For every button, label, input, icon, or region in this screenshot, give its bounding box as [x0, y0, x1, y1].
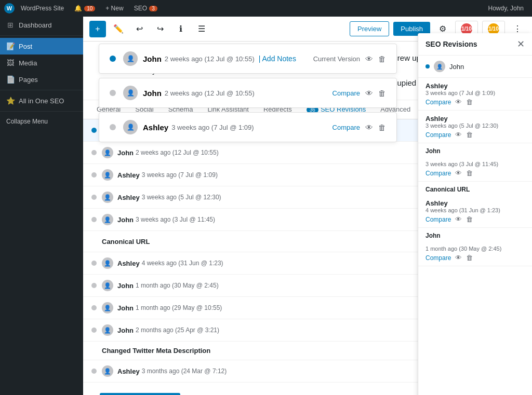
panel-compare-4[interactable]: Compare [425, 216, 451, 223]
sidebar-item-media[interactable]: 🖼 Media [0, 55, 83, 71]
large-rev-actions-1: Current Version 👁 🗑 [313, 55, 386, 63]
panel-view-2[interactable]: 👁 [455, 131, 462, 139]
more-revisions-button[interactable]: ↑ 15 Other Revisions [100, 393, 180, 395]
large-delete-icon-2[interactable]: 🗑 [378, 89, 386, 98]
pages-icon: 📄 [6, 75, 15, 84]
large-rev-time-2: 2 weeks ago (12 Jul @ 10:55) [165, 89, 255, 97]
revision-author-8: John [117, 304, 134, 312]
updates-icon: 🔔 [74, 5, 82, 12]
revision-author-5: John [117, 216, 134, 224]
panel-delete-1[interactable]: 🗑 [466, 98, 473, 106]
panel-delete-2[interactable]: 🗑 [466, 131, 473, 139]
wp-logo[interactable]: W [4, 3, 15, 13]
revision-dot-7 [91, 283, 97, 288]
panel-compare-2[interactable]: Compare [425, 131, 451, 139]
large-add-notes-1[interactable]: | Add Notes [259, 55, 296, 63]
admin-bar-new[interactable]: + New [101, 0, 127, 17]
panel-compare-3[interactable]: Compare [425, 170, 451, 177]
panel-time-2: 3 weeks ago (5 Jul @ 12:30) [425, 122, 525, 129]
panel-actions-3: Compare 👁 🗑 [425, 169, 525, 177]
main-layout: ⊞ Dashboard 📝 Post 🖼 Media 📄 Pages ⭐ All… [0, 17, 532, 395]
panel-time-4: 4 weeks ago (31 Jun @ 1:23) [425, 207, 525, 213]
panel-compare-1[interactable]: Compare [425, 99, 451, 106]
panel-current-avatar: 👤 [434, 61, 445, 72]
seo-panel-close-button[interactable]: ✕ [517, 39, 525, 49]
panel-actions-1: Compare 👁 🗑 [425, 98, 525, 106]
collapse-menu[interactable]: Collapse Menu [0, 114, 83, 129]
panel-view-1[interactable]: 👁 [455, 98, 462, 106]
sidebar-label-aioseo: All in One SEO [19, 97, 64, 105]
panel-view-5[interactable]: 👁 [455, 254, 462, 262]
large-delete-icon-3[interactable]: 🗑 [378, 123, 386, 132]
revision-dot-4 [91, 195, 97, 200]
aioseo-icon: ⭐ [6, 97, 15, 105]
panel-section-john-2: John [418, 228, 532, 241]
sidebar-item-pages[interactable]: 📄 Pages [0, 71, 83, 88]
info-button[interactable]: ℹ [172, 21, 189, 37]
large-rev-avatar-2: 👤 [123, 86, 138, 100]
panel-delete-3[interactable]: 🗑 [466, 169, 473, 177]
panel-current-name: John [449, 63, 464, 71]
sidebar-item-dashboard[interactable]: ⊞ Dashboard [0, 17, 83, 33]
admin-bar-updates[interactable]: 🔔 10 [70, 0, 99, 17]
large-revision-row-3: 👤 Ashley 3 weeks ago (7 Jul @ 1:09) Comp… [99, 112, 397, 142]
revision-avatar-6: 👤 [102, 257, 113, 269]
large-revision-row-2: 👤 John 2 weeks ago (12 Jul @ 10:55) Comp… [99, 78, 397, 108]
preview-button[interactable]: Preview [350, 21, 389, 36]
panel-time-5: 1 month ago (30 May @ 2:45) [425, 246, 525, 252]
seo-panel-header: SEO Revisions ✕ [418, 33, 532, 56]
panel-compare-5[interactable]: Compare [425, 254, 451, 262]
large-current-version-1: Current Version [313, 55, 360, 63]
seo-panel-title: SEO Revisions [425, 40, 477, 48]
howdy-label[interactable]: Howdy, John [484, 0, 528, 17]
sidebar-label-media: Media [19, 59, 37, 67]
large-view-icon-3[interactable]: 👁 [365, 123, 373, 132]
redo-button[interactable]: ↪ [152, 21, 168, 37]
large-delete-icon-1[interactable]: 🗑 [378, 55, 386, 63]
list-view-button[interactable]: ☰ [193, 21, 210, 37]
large-view-icon-1[interactable]: 👁 [365, 55, 373, 63]
large-rev-actions-2: Compare 👁 🗑 [332, 89, 386, 98]
media-icon: 🖼 [6, 59, 15, 67]
panel-item-4: Ashley 4 weeks ago (31 Jun @ 1:23) Compa… [418, 195, 532, 228]
revision-author-9: John [117, 326, 134, 334]
large-rev-author-1: John [143, 55, 162, 63]
large-rev-avatar-3: 👤 [123, 120, 138, 134]
sidebar-item-post[interactable]: 📝 Post [0, 38, 83, 55]
revision-author-10: Ashley [117, 367, 140, 375]
large-view-icon-2[interactable]: 👁 [365, 89, 373, 98]
section-dot-twitter [91, 348, 97, 353]
revision-avatar-9: 👤 [102, 324, 113, 336]
large-rev-author-2: John [143, 89, 162, 98]
large-rev-avatar-1: 👤 [123, 51, 138, 66]
large-compare-2[interactable]: Compare [332, 89, 360, 97]
revision-dot-8 [91, 305, 97, 310]
panel-section-john: John [418, 143, 532, 157]
sidebar-item-aioseo[interactable]: ⭐ All in One SEO [0, 92, 83, 109]
large-rev-time-1: 2 weeks ago (12 Jul @ 10:55) [165, 55, 255, 63]
sidebar-divider-2 [0, 90, 83, 90]
sidebar-label-post: Post [19, 43, 32, 50]
large-revision-row-1: 👤 John 2 weeks ago (12 Jul @ 10:55) | Ad… [99, 44, 397, 74]
edit-button[interactable]: ✏️ [110, 21, 127, 37]
large-rev-author-3: Ashley [143, 123, 168, 132]
panel-item-5: 1 month ago (30 May @ 2:45) Compare 👁 🗑 [418, 241, 532, 266]
panel-delete-4[interactable]: 🗑 [466, 215, 473, 223]
revision-dot-1 [91, 128, 97, 133]
add-block-button[interactable]: + [89, 21, 106, 37]
admin-bar-site[interactable]: WordPress Site [17, 0, 68, 17]
large-compare-3[interactable]: Compare [332, 124, 360, 131]
revision-avatar-3: 👤 [102, 169, 113, 181]
panel-delete-5[interactable]: 🗑 [466, 254, 473, 262]
undo-button[interactable]: ↩ [131, 21, 148, 37]
admin-bar-seo[interactable]: SEO 3 [130, 0, 162, 17]
section-dot [91, 239, 97, 244]
revision-author-4: Ashley [117, 194, 140, 201]
revision-time-5: 3 weeks ago (3 Jul @ 11:45) [136, 216, 215, 223]
sidebar-divider-1 [0, 35, 83, 36]
post-icon: 📝 [6, 42, 15, 50]
revision-time-2: 2 weeks ago (12 Jul @ 10:55) [136, 149, 219, 156]
revision-dot-2 [91, 150, 97, 155]
panel-view-4[interactable]: 👁 [455, 215, 462, 223]
panel-view-3[interactable]: 👁 [455, 169, 462, 177]
